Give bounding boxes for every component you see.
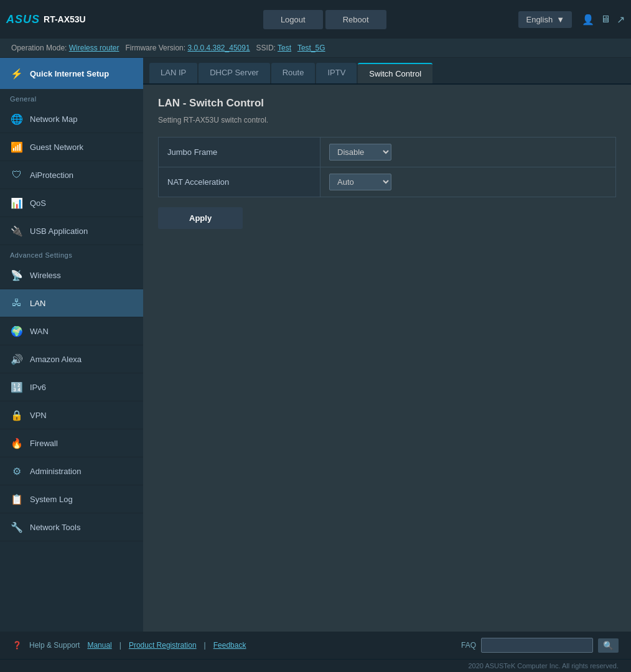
apply-button[interactable]: Apply — [158, 207, 243, 229]
quick-setup-item[interactable]: ⚡ Quick Internet Setup — [0, 58, 143, 89]
main-panel: LAN - Switch Control Setting RT-AX53U sw… — [143, 85, 631, 632]
sidebar-item-administration[interactable]: ⚙ Administration — [0, 457, 143, 485]
user-icon[interactable]: 👤 — [582, 14, 594, 26]
top-nav: Logout Reboot — [136, 10, 513, 29]
aiprotection-icon: 🛡 — [10, 168, 24, 182]
copyright-bar: 2020 ASUSTeK Computer Inc. All rights re… — [0, 659, 631, 672]
help-support-icon: ❓ — [12, 641, 22, 650]
wan-icon: 🌍 — [10, 324, 24, 338]
language-selector[interactable]: English ▼ — [518, 11, 572, 28]
panel-title: LAN - Switch Control — [158, 97, 616, 110]
sidebar-item-firewall[interactable]: 🔥 Firewall — [0, 429, 143, 457]
sidebar-item-label: QoS — [30, 198, 46, 208]
nat-acceleration-select[interactable]: Auto Enable Disable — [329, 174, 391, 190]
sidebar-item-label: AiProtection — [30, 170, 73, 180]
quick-setup-label: Quick Internet Setup — [30, 69, 109, 78]
faq-search-button[interactable]: 🔍 — [598, 638, 619, 653]
sidebar-item-wan[interactable]: 🌍 WAN — [0, 317, 143, 345]
ssid-label: SSID: — [256, 44, 276, 52]
general-section-label: General — [0, 89, 143, 105]
faq-search-input[interactable] — [481, 638, 593, 653]
logout-button[interactable]: Logout — [263, 10, 323, 29]
sidebar-item-label: Amazon Alexa — [30, 355, 82, 364]
sidebar-item-label: System Log — [30, 495, 73, 504]
sidebar-item-system-log[interactable]: 📋 System Log — [0, 485, 143, 513]
sidebar-item-network-map[interactable]: 🌐 Network Map — [0, 105, 143, 133]
brand: ASUS RT-AX53U — [6, 13, 131, 26]
content-area: LAN IP DHCP Server Route IPTV Switch Con… — [143, 58, 631, 632]
sidebar-item-label: Network Tools — [30, 523, 80, 532]
guest-network-icon: 📶 — [10, 140, 24, 154]
tab-route-label: Route — [283, 68, 304, 77]
tab-iptv-label: IPTV — [327, 68, 345, 77]
faq-label: FAQ — [461, 641, 476, 650]
sidebar-item-amazon-alexa[interactable]: 🔊 Amazon Alexa — [0, 345, 143, 373]
nat-acceleration-label: NAT Acceleration — [159, 167, 320, 197]
ssid-5g[interactable]: Test_5G — [297, 44, 325, 52]
network-map-icon: 🌐 — [10, 112, 24, 126]
sidebar-item-network-tools[interactable]: 🔧 Network Tools — [0, 513, 143, 541]
administration-icon: ⚙ — [10, 464, 24, 478]
table-row: Jumbo Frame Disable Enable — [159, 138, 616, 167]
qos-icon: 📊 — [10, 196, 24, 210]
copyright-text: 2020 ASUSTeK Computer Inc. All rights re… — [468, 662, 619, 670]
feedback-link[interactable]: Feedback — [213, 641, 246, 650]
network-tools-icon: 🔧 — [10, 520, 24, 534]
sidebar-item-lan[interactable]: 🖧 LAN — [0, 289, 143, 317]
jumbo-frame-label: Jumbo Frame — [159, 138, 320, 167]
sidebar-item-label: LAN — [30, 299, 45, 308]
sidebar-item-label: Administration — [30, 467, 81, 476]
operation-mode-value[interactable]: Wireless router — [69, 44, 119, 52]
vpn-icon: 🔒 — [10, 408, 24, 422]
help-support-label: Help & Support — [29, 641, 80, 650]
share-icon[interactable]: ↗ — [617, 14, 625, 26]
sidebar-item-aiprotection[interactable]: 🛡 AiProtection — [0, 161, 143, 189]
tab-route[interactable]: Route — [271, 63, 316, 83]
model-name: RT-AX53U — [44, 14, 86, 24]
sidebar-item-guest-network[interactable]: 📶 Guest Network — [0, 133, 143, 161]
firmware-label: Firmware Version: — [125, 44, 185, 52]
sidebar-item-label: IPv6 — [30, 383, 46, 392]
system-log-icon: 📋 — [10, 492, 24, 506]
ssid-2g[interactable]: Test — [278, 44, 291, 52]
sidebar-item-label: WAN — [30, 327, 49, 336]
monitor-icon[interactable]: 🖥 — [601, 14, 610, 25]
tab-lan-ip[interactable]: LAN IP — [149, 63, 197, 83]
tab-dhcp-server[interactable]: DHCP Server — [199, 63, 270, 83]
tab-iptv[interactable]: IPTV — [316, 63, 357, 83]
lan-icon: 🖧 — [10, 296, 24, 310]
sidebar-item-vpn[interactable]: 🔒 VPN — [0, 401, 143, 429]
tab-switch-control-label: Switch Control — [369, 69, 421, 78]
firmware-value[interactable]: 3.0.0.4.382_45091 — [187, 44, 250, 52]
panel-description: Setting RT-AX53U switch control. — [158, 116, 616, 124]
sidebar-item-ipv6[interactable]: 🔢 IPv6 — [0, 373, 143, 401]
sidebar-item-label: USB Application — [30, 226, 88, 236]
operation-mode-label: Operation Mode: — [11, 44, 67, 52]
tab-switch-control[interactable]: Switch Control — [358, 63, 432, 83]
sidebar-item-label: Wireless — [30, 271, 61, 280]
apply-btn-row: Apply — [158, 207, 616, 229]
sidebar-item-label: Firewall — [30, 439, 58, 448]
amazon-alexa-icon: 🔊 — [10, 352, 24, 366]
ipv6-icon: 🔢 — [10, 380, 24, 394]
sidebar-item-label: Guest Network — [30, 142, 83, 152]
product-registration-link[interactable]: Product Registration — [129, 641, 197, 650]
tab-bar: LAN IP DHCP Server Route IPTV Switch Con… — [143, 58, 631, 85]
jumbo-frame-select[interactable]: Disable Enable — [329, 144, 391, 161]
table-row: NAT Acceleration Auto Enable Disable — [159, 167, 616, 197]
top-icons: 👤 🖥 ↗ — [582, 14, 625, 26]
chevron-down-icon: ▼ — [556, 15, 564, 24]
footer: ❓ Help & Support Manual | Product Regist… — [0, 632, 631, 659]
usb-application-icon: 🔌 — [10, 224, 24, 238]
sidebar-item-wireless[interactable]: 📡 Wireless — [0, 261, 143, 289]
quick-setup-icon: ⚡ — [10, 67, 24, 80]
reboot-button[interactable]: Reboot — [325, 10, 386, 29]
sidebar: ⚡ Quick Internet Setup General 🌐 Network… — [0, 58, 143, 632]
advanced-section-label: Advanced Settings — [0, 245, 143, 261]
sidebar-item-label: VPN — [30, 411, 47, 420]
sidebar-item-usb-application[interactable]: 🔌 USB Application — [0, 217, 143, 245]
tab-dhcp-server-label: DHCP Server — [210, 68, 259, 77]
manual-link[interactable]: Manual — [87, 641, 111, 650]
wireless-icon: 📡 — [10, 268, 24, 282]
sidebar-item-qos[interactable]: 📊 QoS — [0, 189, 143, 217]
